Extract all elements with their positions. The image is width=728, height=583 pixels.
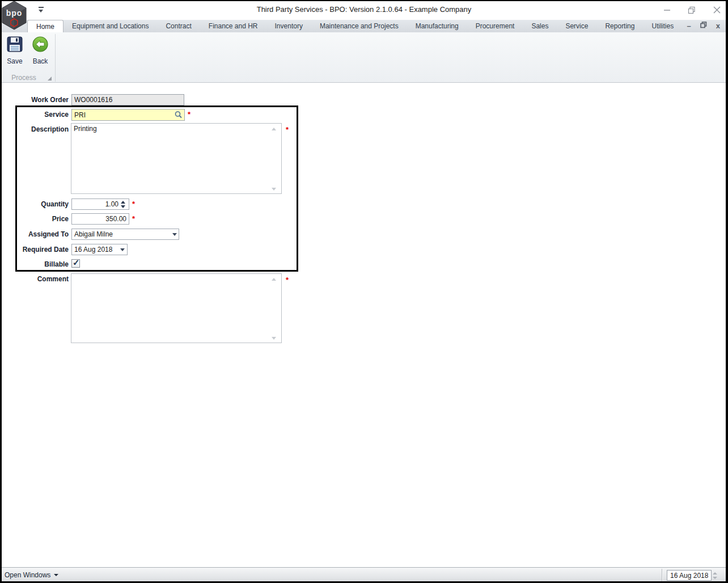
tab-finance-and-hr[interactable]: Finance and HR — [200, 20, 266, 32]
tab-reporting[interactable]: Reporting — [596, 20, 643, 32]
service-field[interactable] — [71, 109, 185, 121]
form-area: Work Order Service * Description Printin… — [0, 83, 728, 567]
status-bar: Open Windows — [0, 567, 728, 583]
tab-equipment-and-locations[interactable]: Equipment and Locations — [64, 20, 157, 32]
price-field[interactable] — [71, 213, 129, 225]
spinner-up-icon[interactable] — [713, 572, 717, 574]
spinner-down-icon[interactable] — [713, 577, 717, 579]
back-arrow-icon — [32, 36, 49, 55]
quantity-required-marker: * — [132, 200, 135, 208]
document-restore-icon[interactable] — [700, 22, 707, 31]
price-required-marker: * — [132, 214, 135, 223]
comment-label: Comment — [0, 275, 69, 283]
back-button-label: Back — [33, 57, 48, 65]
ribbon: Save Back Process — [0, 32, 728, 83]
work-order-label: Work Order — [0, 96, 69, 104]
description-scroll-up-icon[interactable] — [272, 128, 276, 130]
window-title: Third Party Services - BPO: Version 2.1.… — [0, 5, 728, 14]
service-label: Service — [0, 111, 69, 119]
billable-checkbox[interactable]: ✓ — [71, 259, 80, 268]
tab-maintenance-and-projects[interactable]: Maintenance and Projects — [311, 20, 407, 32]
open-windows-label: Open Windows — [5, 571, 50, 579]
group-separator — [55, 34, 56, 82]
price-label: Price — [0, 215, 69, 223]
description-field[interactable]: Printing — [71, 123, 282, 194]
required-date-dropdown[interactable]: 16 Aug 2018 — [71, 244, 128, 255]
chevron-down-icon — [54, 574, 58, 576]
save-button[interactable]: Save — [3, 36, 27, 67]
app-window: Third Party Services - BPO: Version 2.1.… — [0, 0, 728, 583]
comment-scroll-down-icon[interactable] — [272, 337, 276, 340]
assigned-to-value: Abigail Milne — [74, 230, 113, 238]
description-label: Description — [0, 125, 69, 133]
description-scroll-down-icon[interactable] — [272, 188, 276, 191]
quantity-spinner[interactable] — [121, 199, 125, 209]
spinner-down-icon[interactable] — [121, 205, 125, 208]
ribbon-tab-bar: Home Equipment and Locations Contract Fi… — [0, 20, 728, 32]
tab-utilities[interactable]: Utilities — [643, 20, 682, 32]
tab-inventory[interactable]: Inventory — [266, 20, 311, 32]
tab-home[interactable]: Home — [27, 20, 64, 32]
description-required-marker: * — [286, 125, 289, 134]
spinner-up-icon[interactable] — [121, 201, 125, 204]
comment-required-marker: * — [286, 276, 289, 284]
billable-label: Billable — [0, 260, 69, 268]
group-label: Process — [0, 74, 48, 82]
quantity-label: Quantity — [0, 200, 69, 208]
status-date-spinner[interactable] — [713, 570, 717, 581]
back-button[interactable]: Back — [28, 36, 52, 67]
svg-text:bpo: bpo — [6, 9, 23, 18]
status-date-field[interactable] — [667, 570, 712, 581]
assigned-to-label: Assigned To — [0, 230, 69, 238]
ribbon-group-process: Process — [0, 74, 55, 83]
required-date-value: 16 Aug 2018 — [74, 246, 112, 254]
tab-service[interactable]: Service — [557, 20, 596, 32]
save-floppy-icon — [6, 36, 23, 55]
open-windows-menu[interactable]: Open Windows — [5, 571, 58, 579]
comment-scroll-up-icon[interactable] — [272, 278, 276, 281]
document-minimize-icon[interactable]: – — [687, 22, 691, 31]
bpo-logo: bpo — [1, 1, 27, 32]
dialog-launcher-icon[interactable] — [48, 77, 52, 81]
document-close-icon[interactable]: x — [716, 22, 720, 31]
tab-procurement[interactable]: Procurement — [467, 20, 523, 32]
status-separator — [662, 569, 662, 581]
checkmark-icon: ✓ — [73, 257, 80, 268]
service-required-marker: * — [188, 110, 191, 119]
close-icon[interactable] — [712, 6, 721, 15]
minimize-icon[interactable] — [662, 6, 671, 15]
tab-sales[interactable]: Sales — [523, 20, 557, 32]
chevron-down-icon[interactable] — [172, 233, 177, 236]
chevron-down-icon[interactable] — [120, 248, 125, 251]
restore-icon[interactable] — [687, 6, 696, 15]
required-date-label: Required Date — [0, 246, 69, 254]
assigned-to-dropdown[interactable]: Abigail Milne — [71, 229, 179, 240]
title-bar: Third Party Services - BPO: Version 2.1.… — [0, 0, 728, 20]
work-order-field[interactable] — [71, 94, 184, 105]
save-button-label: Save — [7, 57, 22, 65]
tab-manufacturing[interactable]: Manufacturing — [407, 20, 467, 32]
comment-field[interactable] — [71, 273, 282, 343]
tab-contract[interactable]: Contract — [157, 20, 200, 32]
